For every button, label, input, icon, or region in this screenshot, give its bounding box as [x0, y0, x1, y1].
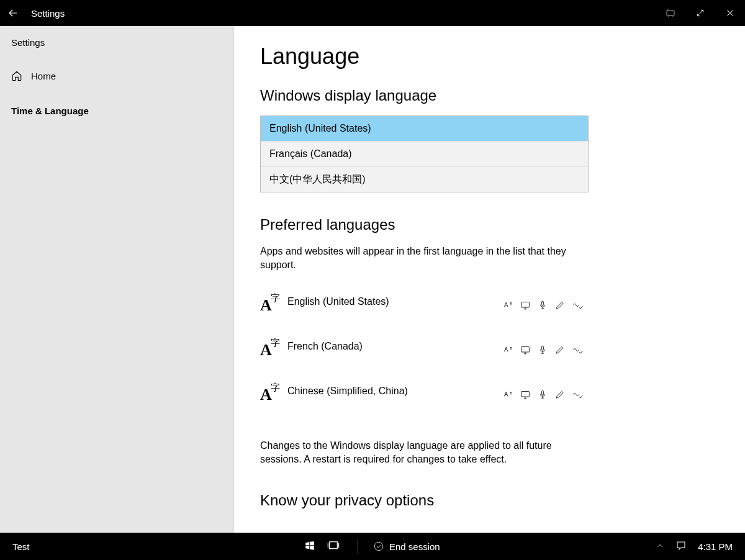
preferred-languages-description: Apps and websites will appear in the fir… — [260, 245, 583, 273]
preferred-language-row[interactable]: A字 Chinese (Simplified, China) — [260, 377, 583, 413]
close-icon — [726, 9, 734, 17]
action-center-button[interactable] — [675, 540, 687, 553]
language-icon: A字 — [260, 387, 287, 403]
sidebar-app-label: Settings — [0, 35, 233, 63]
handwriting-icon — [554, 389, 566, 400]
svg-rect-6 — [542, 391, 544, 395]
svg-rect-7 — [330, 541, 338, 548]
main-content: Language Windows display language Englis… — [234, 26, 745, 533]
text-to-speech-icon — [502, 345, 513, 355]
display-language-option[interactable]: Français (Canada) — [261, 142, 588, 167]
notification-icon — [675, 540, 687, 551]
sidebar-item-home[interactable]: Home — [0, 63, 233, 89]
display-icon — [520, 345, 531, 355]
text-to-speech-icon — [502, 389, 513, 400]
tablet-icon — [666, 8, 675, 18]
sidebar: Settings Home Time & Language — [0, 26, 234, 533]
end-session-button[interactable]: End session — [373, 541, 440, 552]
svg-rect-2 — [542, 301, 544, 305]
display-language-option[interactable]: 中文(中华人民共和国) — [261, 167, 588, 192]
language-feature-icons — [502, 345, 583, 355]
sidebar-item-time-language[interactable]: Time & Language — [0, 97, 233, 124]
display-language-option[interactable]: English (United States) — [261, 116, 588, 142]
handwriting-icon — [554, 300, 566, 310]
display-language-note: Changes to the Windows display language … — [260, 439, 583, 467]
titlebar: Settings — [0, 0, 745, 26]
start-button[interactable] — [304, 540, 315, 553]
sidebar-category-label: Time & Language — [11, 106, 89, 116]
page-title: Language — [260, 43, 719, 70]
handwriting-icon — [554, 345, 566, 355]
spellcheck-icon — [572, 300, 583, 310]
speech-icon — [537, 345, 548, 355]
spellcheck-icon — [572, 345, 583, 355]
preferred-language-row[interactable]: A字 French (Canada) — [260, 332, 583, 368]
preferred-language-row[interactable]: A字 English (United States) — [260, 287, 583, 323]
sidebar-home-label: Home — [31, 71, 56, 81]
language-feature-icons — [502, 389, 583, 400]
checkmark-circle-icon — [373, 541, 384, 552]
taskbar: Test End session 4:31 PM — [0, 533, 745, 560]
home-icon — [11, 70, 22, 81]
display-icon — [520, 389, 531, 400]
language-icon: A字 — [260, 342, 287, 358]
language-feature-icons — [502, 300, 583, 310]
text-to-speech-icon — [502, 300, 513, 310]
display-icon — [520, 300, 531, 310]
display-language-heading: Windows display language — [260, 87, 719, 104]
speech-icon — [537, 300, 548, 310]
privacy-heading: Know your privacy options — [260, 492, 719, 509]
spellcheck-icon — [572, 389, 583, 400]
preferred-languages-heading: Preferred languages — [260, 216, 719, 233]
preferred-language-label: English (United States) — [287, 296, 502, 307]
end-session-label: End session — [389, 541, 440, 552]
svg-rect-0 — [667, 11, 674, 16]
preferred-language-label: French (Canada) — [287, 341, 502, 352]
expand-icon — [696, 9, 705, 17]
windows-icon — [304, 540, 315, 551]
task-view-icon — [327, 540, 340, 551]
task-view-button[interactable] — [327, 540, 340, 553]
fullscreen-button[interactable] — [685, 0, 715, 26]
back-arrow-icon — [7, 7, 19, 19]
back-button[interactable] — [0, 7, 26, 19]
preferred-language-label: Chinese (Simplified, China) — [287, 386, 502, 397]
tray-chevron[interactable] — [656, 541, 664, 552]
speech-icon — [537, 389, 548, 400]
close-button[interactable] — [715, 0, 745, 26]
display-language-listbox[interactable]: English (United States) Français (Canada… — [260, 115, 589, 192]
language-icon: A字 — [260, 297, 287, 314]
svg-point-8 — [374, 542, 383, 551]
titlebar-title: Settings — [31, 8, 65, 19]
svg-rect-3 — [522, 347, 530, 353]
tablet-mode-button[interactable] — [656, 0, 685, 26]
taskbar-clock[interactable]: 4:31 PM — [698, 541, 733, 552]
chevron-up-icon — [656, 541, 664, 550]
taskbar-user: Test — [12, 541, 304, 552]
svg-rect-1 — [522, 302, 530, 308]
svg-rect-4 — [542, 346, 544, 350]
svg-rect-5 — [522, 392, 530, 397]
